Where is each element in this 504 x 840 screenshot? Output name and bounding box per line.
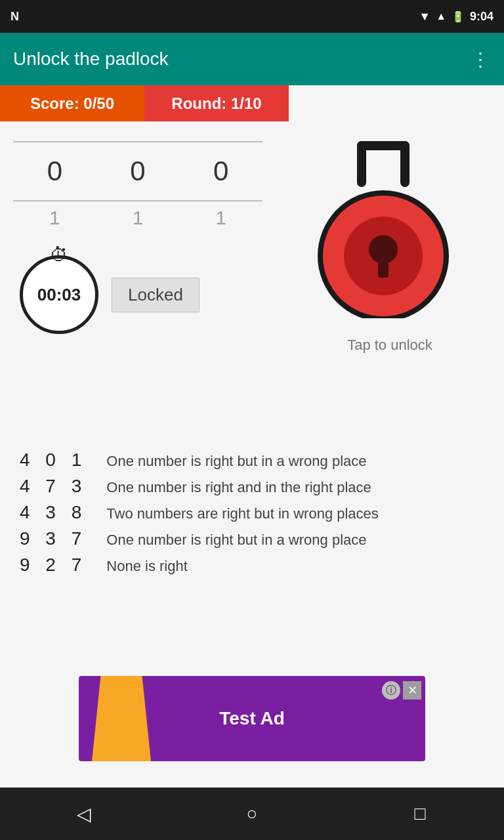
clue-numbers-1: 4 7 3 [20,476,87,497]
ad-label: Test Ad [219,708,285,729]
number-slot-0[interactable]: 0 [22,156,87,187]
number-controls: 0 0 0 1 1 1 [7,141,269,242]
status-right: ▼ ▲ 🔋 9:04 [419,10,494,24]
status-left: N [10,10,19,24]
app-title: Unlock the padlock [13,49,169,70]
padlock-button[interactable] [304,135,475,331]
clue-text-3: One number is right but in a wrong place [106,532,484,549]
small-numbers-row: 1 1 1 [13,201,262,242]
score-box: Score: 0/50 [0,85,144,121]
clue-text-0: One number is right but in a wrong place [106,453,484,470]
number-slot-2[interactable]: 0 [188,156,254,187]
left-panel: 0 0 0 1 1 1 ⏱ 00:03 Locked [0,121,276,436]
close-symbol: ✕ [408,683,417,698]
ad-container: Test Ad ⓘ ✕ [0,676,504,788]
app-bar: Unlock the padlock ⋮ [0,33,504,85]
clue-row-4: 9 2 7 None is right [20,555,484,576]
timer-stopwatch-icon: ⏱ [50,244,68,266]
clue-row-2: 4 3 8 Two numbers are right but in wrong… [20,502,484,523]
right-panel: Tap to unlock [276,121,504,436]
numbers-row: 0 0 0 [13,142,262,200]
recents-button[interactable]: □ [394,788,446,840]
clues-section: 4 0 1 One number is right but in a wrong… [0,436,504,594]
clue-text-1: One number is right and in the right pla… [106,479,484,496]
info-symbol: ⓘ [386,684,396,698]
battery-icon: 🔋 [452,10,465,23]
ad-figure [79,676,164,761]
small-number-2: 1 [188,207,254,229]
svg-rect-7 [378,259,388,278]
notification-icon: N [10,10,19,24]
recents-icon: □ [415,803,426,824]
back-button[interactable]: ◁ [58,788,110,840]
round-label: Round: 1/10 [171,94,261,113]
score-round-row: Score: 0/50 Round: 1/10 [0,85,504,121]
bottom-nav: ◁ ○ □ [0,788,504,840]
ad-info-icon[interactable]: ⓘ [382,681,400,700]
clue-row-0: 4 0 1 One number is right but in a wrong… [20,450,484,471]
svg-rect-2 [400,141,410,187]
small-number-1: 1 [105,207,171,229]
clue-numbers-2: 4 3 8 [20,502,87,523]
timer-status-row: ⏱ 00:03 Locked [7,255,269,334]
locked-badge: Locked [112,278,200,312]
timer-value: 00:03 [37,285,81,305]
clue-row-1: 4 7 3 One number is right and in the rig… [20,476,484,497]
clue-numbers-4: 9 2 7 [20,555,87,576]
clue-row-3: 9 3 7 One number is right but in a wrong… [20,528,484,549]
svg-rect-1 [357,141,366,187]
clue-numbers-0: 4 0 1 [20,450,87,471]
home-button[interactable]: ○ [226,788,278,840]
small-number-0: 1 [22,207,87,229]
ad-close-button[interactable]: ✕ [403,681,421,700]
clue-numbers-3: 9 3 7 [20,528,87,549]
wifi-icon: ▼ [419,10,430,24]
clue-text-2: Two numbers are right but in wrong place… [106,505,484,522]
locked-label: Locked [128,285,183,304]
home-icon: ○ [247,803,258,824]
time-display: 9:04 [470,10,494,24]
menu-button[interactable]: ⋮ [471,49,491,70]
timer-circle: ⏱ 00:03 [20,255,98,334]
main-content: 0 0 0 1 1 1 ⏱ 00:03 Locked [0,121,504,436]
back-icon: ◁ [77,803,91,825]
spacer [0,594,504,677]
ad-banner: Test Ad ⓘ ✕ [79,676,425,761]
signal-icon: ▲ [436,10,446,22]
round-box: Round: 1/10 [144,85,289,121]
number-slot-1[interactable]: 0 [105,156,171,187]
status-bar: N ▼ ▲ 🔋 9:04 [0,0,504,33]
tap-to-unlock-label: Tap to unlock [347,337,432,354]
clue-text-4: None is right [106,558,484,575]
score-label: Score: 0/50 [30,94,114,113]
